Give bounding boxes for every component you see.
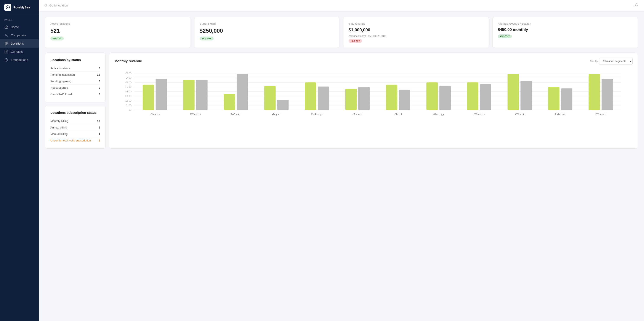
svg-rect-43 bbox=[386, 85, 397, 110]
sidebar-item-companies[interactable]: Companies bbox=[0, 31, 39, 39]
subscription-row: Manual billing1 bbox=[50, 131, 100, 137]
svg-rect-31 bbox=[224, 94, 235, 110]
svg-rect-41 bbox=[358, 87, 370, 110]
kpi-badge: +5.3 YoY bbox=[200, 36, 214, 40]
kpi-value: 521 bbox=[50, 28, 185, 34]
panel-title: Locations subscription status bbox=[50, 111, 100, 114]
subscription-status-panel: Locations subscription status Monthly bi… bbox=[45, 106, 106, 148]
search-area[interactable]: Go to location bbox=[44, 4, 68, 7]
chart-area: 01020304050607080JanFebMarAprMayJunJulAu… bbox=[114, 69, 632, 125]
filter-select[interactable]: All market segments bbox=[599, 58, 632, 64]
subscription-label: Monthly billing bbox=[50, 120, 68, 123]
sidebar-item-label: Home bbox=[11, 25, 19, 29]
transactions-icon bbox=[4, 58, 8, 62]
home-icon bbox=[4, 25, 8, 29]
svg-text:0: 0 bbox=[128, 109, 132, 111]
sidebar-item-home[interactable]: Home bbox=[0, 23, 39, 31]
svg-text:50: 50 bbox=[125, 86, 132, 88]
svg-rect-47 bbox=[440, 86, 451, 110]
svg-text:20: 20 bbox=[125, 100, 132, 102]
sidebar-item-label: Locations bbox=[11, 42, 24, 45]
svg-text:Jun: Jun bbox=[352, 113, 363, 116]
svg-text:Jul: Jul bbox=[394, 113, 402, 116]
svg-text:60: 60 bbox=[125, 81, 132, 84]
panel-title: Locations by status bbox=[50, 58, 100, 62]
status-row: Cancelled/closed0 bbox=[50, 91, 100, 97]
kpi-badge: +55 YoY bbox=[50, 36, 64, 40]
svg-text:Mar: Mar bbox=[230, 113, 241, 116]
status-rows: Active locations0Pending installation18P… bbox=[50, 65, 100, 97]
svg-rect-56 bbox=[561, 88, 572, 110]
subscription-row: Annual billing6 bbox=[50, 124, 100, 131]
kpi-value: $1,000,000 bbox=[348, 28, 484, 32]
kpi-badge: -0.2 YoY bbox=[348, 39, 362, 43]
svg-rect-37 bbox=[305, 82, 316, 110]
search-placeholder: Go to location bbox=[49, 4, 68, 7]
logo-icon bbox=[4, 4, 11, 11]
kpi-title: Active locations bbox=[50, 22, 185, 25]
status-row: Active locations0 bbox=[50, 65, 100, 72]
user-icon[interactable] bbox=[634, 2, 639, 8]
svg-point-1 bbox=[6, 34, 7, 35]
subscription-label: Unconfirmed/invalid subscription bbox=[50, 139, 91, 142]
svg-text:Nov: Nov bbox=[555, 113, 566, 116]
kpi-card-ytd: YTD revenue $1,000,000 o/w uncollected: … bbox=[343, 17, 489, 48]
subscription-rows: Monthly billing10Annual billing6Manual b… bbox=[50, 118, 100, 144]
status-label: Not supported bbox=[50, 86, 68, 89]
kpi-title: YTD revenue bbox=[348, 22, 484, 25]
status-count: 0 bbox=[98, 86, 100, 89]
sidebar-item-contacts[interactable]: Contacts bbox=[0, 48, 39, 56]
svg-text:Jan: Jan bbox=[150, 113, 160, 116]
svg-text:Apr: Apr bbox=[272, 113, 282, 116]
svg-text:May: May bbox=[311, 113, 323, 116]
subscription-row: Monthly billing10 bbox=[50, 118, 100, 124]
svg-rect-53 bbox=[520, 81, 532, 110]
sidebar-item-transactions[interactable]: Transactions bbox=[0, 56, 39, 64]
svg-text:Dec: Dec bbox=[595, 113, 606, 116]
svg-point-6 bbox=[636, 4, 637, 5]
locations-icon bbox=[4, 42, 8, 46]
sidebar-item-locations[interactable]: Locations bbox=[0, 39, 39, 48]
app-name: PourMyBev bbox=[14, 6, 30, 9]
kpi-card-mrr: Current MRR $250,000 +5.3 YoY bbox=[194, 17, 340, 48]
main-content: Go to location Active locations 521 +55 … bbox=[39, 0, 644, 321]
subscription-count: 6 bbox=[98, 126, 100, 129]
status-label: Cancelled/closed bbox=[50, 92, 72, 96]
svg-text:Sep: Sep bbox=[474, 113, 485, 116]
svg-text:40: 40 bbox=[125, 90, 132, 93]
status-count: 0 bbox=[98, 92, 100, 96]
kpi-value: $450.00 monthly bbox=[498, 28, 633, 32]
svg-rect-29 bbox=[196, 80, 208, 110]
kpi-grid: Active locations 521 +55 YoY Current MRR… bbox=[45, 17, 638, 48]
kpi-value: $250,000 bbox=[200, 28, 334, 34]
sidebar-nav: Home Companies Locations Contacts Transa… bbox=[0, 23, 39, 64]
filter-label: Filter By bbox=[590, 60, 598, 62]
svg-text:10: 10 bbox=[125, 104, 132, 107]
chart-title: Monthly revenue bbox=[114, 59, 142, 63]
svg-rect-52 bbox=[508, 74, 519, 110]
svg-rect-40 bbox=[345, 89, 356, 110]
svg-rect-35 bbox=[277, 100, 288, 110]
companies-icon bbox=[4, 33, 8, 37]
svg-point-2 bbox=[6, 42, 7, 44]
left-panels: Locations by status Active locations0Pen… bbox=[45, 53, 106, 148]
kpi-sub: o/w uncollected: $50,000 /0.50% bbox=[348, 34, 484, 38]
svg-point-5 bbox=[45, 4, 47, 6]
kpi-card-avg-revenue: Average revenue / location $450.00 month… bbox=[492, 17, 638, 48]
svg-rect-28 bbox=[183, 80, 194, 110]
svg-text:Aug: Aug bbox=[433, 113, 444, 116]
monthly-revenue-chart: 01020304050607080JanFebMarAprMayJunJulAu… bbox=[114, 69, 632, 125]
status-count: 18 bbox=[97, 73, 100, 76]
svg-rect-46 bbox=[426, 82, 438, 110]
contacts-icon bbox=[4, 50, 8, 54]
svg-rect-25 bbox=[143, 85, 154, 110]
subscription-label: Manual billing bbox=[50, 132, 68, 136]
svg-rect-58 bbox=[589, 74, 600, 110]
chart-panel: Monthly revenue Filter By All market seg… bbox=[109, 53, 638, 148]
status-label: Active locations bbox=[50, 66, 70, 70]
locations-by-status-panel: Locations by status Active locations0Pen… bbox=[45, 53, 106, 102]
kpi-title: Current MRR bbox=[200, 22, 334, 25]
pages-label: Pages bbox=[0, 15, 39, 23]
subscription-count: 10 bbox=[97, 120, 100, 123]
sidebar-item-label: Contacts bbox=[11, 50, 23, 54]
